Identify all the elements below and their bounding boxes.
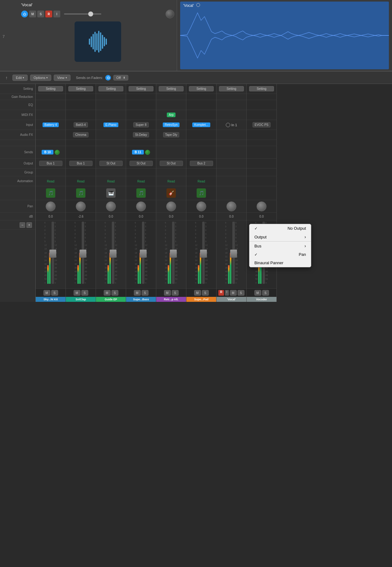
m-button-ch8[interactable]: M: [254, 290, 261, 296]
options-button[interactable]: Options ▾: [30, 75, 51, 81]
instrument-icon-2[interactable]: 🎵: [76, 188, 85, 198]
output-button-2[interactable]: Bus 1: [69, 161, 93, 166]
context-menu-item-2[interactable]: Bus: [249, 241, 311, 250]
sends-power-button[interactable]: ⏻: [105, 75, 111, 81]
fader-thumb-2[interactable]: [80, 250, 86, 258]
record-button[interactable]: R: [45, 11, 52, 17]
setting-button-7[interactable]: Setting: [219, 86, 244, 91]
setting-button-6[interactable]: Setting: [189, 86, 214, 91]
back-button[interactable]: ↑: [3, 74, 10, 81]
output-button-3[interactable]: St Out: [99, 161, 123, 166]
s-button-ch8[interactable]: S: [262, 290, 269, 296]
mute-button[interactable]: M: [29, 11, 36, 17]
automation-button-1[interactable]: Read: [47, 179, 54, 183]
automation-button-6[interactable]: Read: [198, 179, 205, 183]
m-button-ch3[interactable]: M: [104, 290, 111, 296]
edit-button[interactable]: Edit ▾: [12, 75, 28, 81]
s-button-ch3[interactable]: S: [112, 290, 118, 296]
sends-badge-1[interactable]: B 10: [42, 150, 53, 154]
fader-thumb-7[interactable]: [230, 250, 237, 258]
pan-knob-7[interactable]: [226, 201, 236, 211]
automation-button-4[interactable]: Read: [137, 179, 145, 183]
pan-knob-1[interactable]: [46, 201, 56, 211]
input-button-4[interactable]: Super 8: [133, 122, 148, 127]
pan-knob-6[interactable]: [196, 201, 206, 211]
power-button[interactable]: ⏻: [21, 11, 28, 17]
context-menu-item-0[interactable]: No Output: [249, 224, 311, 233]
pan-knob-2[interactable]: [76, 201, 86, 211]
input-button-5[interactable]: RetroSyn: [163, 122, 180, 127]
instrument-icon-1[interactable]: 🎵: [46, 188, 55, 198]
output-button-4[interactable]: St Out: [130, 161, 153, 166]
pan-knob-5[interactable]: [166, 201, 176, 211]
i-badge-7[interactable]: I: [225, 290, 229, 296]
setting-button-4[interactable]: Setting: [129, 86, 153, 91]
s-button-ch2[interactable]: S: [81, 290, 88, 296]
remove-channel-button[interactable]: −: [20, 222, 25, 228]
context-menu-arrow-2: [304, 243, 306, 248]
input-button-2[interactable]: Batt3-4: [74, 122, 88, 127]
view-button[interactable]: View ▾: [54, 75, 71, 81]
setting-button-3[interactable]: Setting: [98, 86, 123, 91]
s-button-ch4[interactable]: S: [142, 290, 148, 296]
pan-knob-8[interactable]: [257, 201, 267, 211]
input-button-6[interactable]: Komplet...: [192, 122, 210, 127]
add-channel-button[interactable]: +: [26, 222, 32, 228]
volume-slider[interactable]: [64, 13, 101, 15]
automation-cell-7: [217, 176, 246, 186]
sends-knob-4[interactable]: [145, 150, 150, 155]
fader-thumb-6[interactable]: [200, 250, 207, 258]
output-button-5[interactable]: St Out: [160, 161, 183, 166]
audio-fx-button-5[interactable]: Tape Dly: [163, 132, 180, 137]
input-cell-2: Batt3-4: [66, 120, 96, 130]
fader-thumb-1[interactable]: [49, 250, 56, 258]
m-button-ch7[interactable]: M: [230, 290, 237, 296]
context-menu-item-4[interactable]: Binaural Panner: [249, 259, 311, 267]
instrument-icon-4[interactable]: 🎵: [136, 188, 146, 198]
instrument-icon-3[interactable]: 🎹: [106, 188, 116, 198]
sends-select[interactable]: Off ⬍: [113, 75, 128, 81]
input-button-8[interactable]: EVOC PS: [253, 122, 271, 127]
context-menu-item-3[interactable]: Pan: [249, 250, 311, 259]
m-button-ch5[interactable]: M: [164, 290, 171, 296]
s-button-ch5[interactable]: S: [172, 290, 179, 296]
audio-fx-button-4[interactable]: St-Delay: [133, 132, 149, 137]
audio-fx-button-2[interactable]: Chroma: [73, 132, 89, 137]
pan-knob-header[interactable]: [166, 10, 174, 18]
setting-button-2[interactable]: Setting: [68, 86, 93, 91]
input-button[interactable]: I: [53, 11, 60, 17]
pan-knob-3[interactable]: [106, 201, 116, 211]
instrument-icon-6[interactable]: 🎵: [197, 188, 206, 198]
midi-fx-button-5[interactable]: Arp: [167, 113, 175, 117]
m-button-ch4[interactable]: M: [134, 290, 141, 296]
s-button-ch7[interactable]: S: [238, 290, 244, 296]
m-button-ch1[interactable]: M: [43, 290, 50, 296]
automation-button-2[interactable]: Read: [77, 179, 84, 183]
channel-5: SettingArpRetroSynTape DlySt OutRead🎸0.0…: [156, 84, 186, 302]
s-button-ch6[interactable]: S: [202, 290, 209, 296]
eq-cell-2: [66, 100, 96, 110]
m-button-ch2[interactable]: M: [74, 290, 80, 296]
fader-thumb-3[interactable]: [110, 250, 116, 258]
fader-thumb-5[interactable]: [170, 250, 177, 258]
m-button-ch6[interactable]: M: [194, 290, 201, 296]
setting-button-8[interactable]: Setting: [249, 86, 274, 91]
input-button-3[interactable]: E-Piano: [103, 122, 118, 127]
sends-knob-1[interactable]: [55, 150, 60, 155]
solo-button[interactable]: S: [37, 11, 44, 17]
instrument-icon-5[interactable]: 🎸: [166, 188, 176, 198]
automation-button-3[interactable]: Read: [107, 179, 115, 183]
automation-button-5[interactable]: Read: [167, 179, 175, 183]
fader-thumb-4[interactable]: [140, 250, 147, 258]
s-button-ch1[interactable]: S: [51, 290, 58, 296]
r-badge-7[interactable]: R: [218, 290, 224, 296]
setting-button-5[interactable]: Setting: [159, 86, 184, 91]
context-menu-item-1[interactable]: Output: [249, 233, 311, 241]
input-button-1[interactable]: Battery 4: [43, 122, 59, 127]
output-button-6[interactable]: Bus 2: [190, 161, 213, 166]
pan-knob-4[interactable]: [136, 201, 146, 211]
output-button-1[interactable]: Bus 1: [39, 161, 62, 166]
sends-badge-4[interactable]: B 11: [132, 150, 144, 154]
setting-button-1[interactable]: Setting: [38, 86, 63, 91]
db-cell-5: 0.0: [156, 213, 186, 220]
